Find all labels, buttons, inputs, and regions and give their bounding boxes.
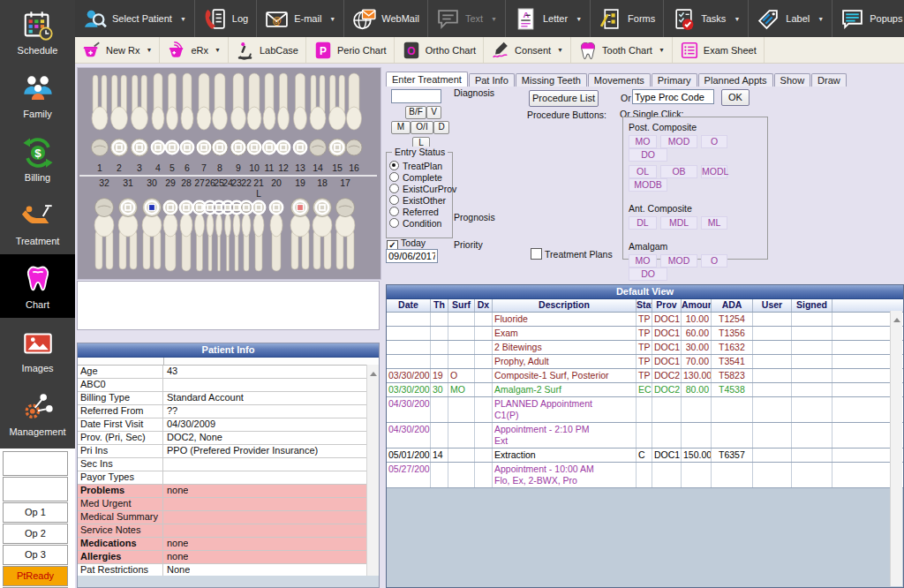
- op-button-blank[interactable]: [3, 451, 68, 476]
- tab-missing-teeth[interactable]: Missing Teeth: [516, 73, 587, 87]
- tab-planned-appts[interactable]: Planned Appts: [698, 73, 773, 87]
- entry-status-option-existcurprov[interactable]: ExistCurProv: [389, 183, 452, 194]
- patient-info-row[interactable]: Allergiesnone: [78, 551, 379, 564]
- procedure-row[interactable]: 2 BitewingsTPDOC130.00T1632: [387, 341, 903, 355]
- patient-info-row[interactable]: Age43: [78, 366, 379, 379]
- entry-status-option-referred[interactable]: Referred: [389, 206, 452, 217]
- patient-info-scrollbar[interactable]: [366, 365, 379, 576]
- quick-button-o[interactable]: O: [701, 254, 727, 268]
- tab-enter-treatment[interactable]: Enter Treatment: [386, 72, 468, 87]
- patient-info-row[interactable]: Medical Summary: [78, 511, 379, 524]
- patient-info-row[interactable]: Billing TypeStandard Account: [78, 392, 379, 405]
- patient-info-row[interactable]: Problemsnone: [78, 485, 379, 498]
- patient-info-row[interactable]: Prov. (Pri, Sec)DOC2, None: [78, 432, 379, 445]
- surface-button-bf[interactable]: B/F: [405, 106, 426, 119]
- toolbar-button-consent[interactable]: Consent▼: [484, 37, 571, 63]
- entry-status-option-condition[interactable]: Condition: [389, 217, 452, 229]
- entry-status-option-complete[interactable]: Complete: [389, 171, 452, 183]
- procedure-list-button[interactable]: Procedure List: [529, 90, 599, 107]
- column-header-amount[interactable]: Amount: [682, 299, 712, 312]
- quick-button-mo[interactable]: MO: [629, 254, 657, 268]
- column-header-date[interactable]: Date: [387, 299, 431, 312]
- treatment-plans-checkbox[interactable]: [531, 248, 542, 260]
- procedure-row[interactable]: FluorideTPDOC110.00T1254: [387, 313, 903, 327]
- patient-info-row[interactable]: Sec Ins: [78, 458, 379, 471]
- quick-button-modl[interactable]: MODL: [701, 165, 727, 178]
- dropdown-arrow-icon[interactable]: ▼: [734, 16, 740, 22]
- quick-button-ob[interactable]: OB: [660, 165, 697, 178]
- procedure-row[interactable]: 03/30/200930MOAmalgam-2 SurfECDOC280.00T…: [387, 383, 903, 397]
- tab-show[interactable]: Show: [774, 73, 811, 87]
- surface-button-oi[interactable]: O/I: [411, 121, 433, 134]
- surface-button-d[interactable]: D: [433, 121, 449, 134]
- entry-status-option-existother[interactable]: ExistOther: [389, 194, 452, 206]
- tooth-chart-svg[interactable]: 1234567891011121314151632313029282726252…: [78, 68, 379, 277]
- quick-button-do[interactable]: DO: [629, 268, 667, 281]
- surface-button-m[interactable]: M: [391, 121, 411, 134]
- patient-info-row[interactable]: Referred From??: [78, 405, 379, 418]
- tab-primary[interactable]: Primary: [652, 73, 697, 87]
- dropdown-arrow-icon[interactable]: ▼: [817, 16, 824, 22]
- tab-draw[interactable]: Draw: [811, 73, 847, 87]
- quick-button-o[interactable]: O: [701, 135, 727, 148]
- sidebar-item-schedule[interactable]: Schedule: [0, 0, 75, 64]
- dropdown-arrow-icon[interactable]: ▼: [329, 16, 335, 22]
- column-header-signed[interactable]: Signed: [792, 299, 832, 312]
- dropdown-arrow-icon[interactable]: ▼: [576, 16, 582, 22]
- dropdown-arrow-icon[interactable]: ▼: [180, 16, 186, 22]
- op-button-blank[interactable]: [3, 477, 68, 501]
- patient-info-row[interactable]: Payor Types: [78, 471, 379, 485]
- entry-status-option-treatplan[interactable]: TreatPlan: [389, 160, 452, 171]
- column-header-ada-code[interactable]: ADA Code: [712, 299, 753, 312]
- toolbar-button-popups[interactable]: Popups: [832, 0, 904, 37]
- procedure-entry-input[interactable]: [391, 89, 441, 103]
- column-header-description[interactable]: Description: [493, 299, 637, 312]
- ok-button[interactable]: OK: [721, 89, 750, 106]
- sidebar-item-billing[interactable]: $Billing: [0, 127, 75, 191]
- quick-button-do[interactable]: DO: [629, 148, 667, 162]
- toolbar-button-tooth-chart[interactable]: Tooth Chart▼: [571, 37, 673, 63]
- sidebar-item-family[interactable]: Family: [0, 64, 75, 127]
- toolbar-button-select-patient[interactable]: Select Patient▼: [75, 0, 195, 37]
- toolbar-button-log[interactable]: Log: [195, 0, 257, 37]
- op-button-op-3[interactable]: Op 3: [3, 545, 68, 565]
- procedure-row[interactable]: 05/01/200914ExtractionCDOC1150.00T6357: [387, 449, 903, 463]
- toolbar-button-new-rx[interactable]: New Rx▼: [75, 37, 160, 63]
- quick-button-dl[interactable]: DL: [629, 216, 657, 230]
- dropdown-arrow-icon[interactable]: ▼: [491, 16, 497, 22]
- dropdown-arrow-icon[interactable]: ▼: [215, 47, 221, 53]
- quick-button-modb[interactable]: MODB: [629, 178, 667, 192]
- op-button-op-2[interactable]: Op 2: [3, 524, 68, 544]
- toolbar-button-e-mail[interactable]: @E-mail▼: [257, 0, 344, 37]
- proc-code-input[interactable]: [632, 89, 714, 104]
- sidebar-item-management[interactable]: Management: [0, 381, 75, 445]
- patient-info-row[interactable]: Date First Visit04/30/2009: [78, 418, 379, 432]
- quick-button-ml[interactable]: ML: [701, 216, 727, 230]
- procedure-row[interactable]: 05/27/2009Appointment - 10:00 AM Flo, Ex…: [387, 463, 903, 488]
- dropdown-arrow-icon[interactable]: ▼: [557, 47, 563, 53]
- toolbar-button-labcase[interactable]: LabCase: [229, 37, 306, 63]
- sidebar-item-chart[interactable]: Chart: [0, 254, 75, 318]
- dropdown-arrow-icon[interactable]: ▼: [147, 47, 153, 53]
- column-header-user[interactable]: User: [753, 299, 792, 312]
- dropdown-arrow-icon[interactable]: ▼: [659, 47, 665, 53]
- procedure-row[interactable]: 04/30/2009Appointment - 2:10 PM Ext: [387, 423, 903, 449]
- chart-notes-box[interactable]: [77, 281, 380, 330]
- toolbar-button-perio-chart[interactable]: PPerio Chart: [306, 37, 395, 63]
- procedure-row[interactable]: ExamTPDOC160.00T1356: [387, 327, 903, 341]
- quick-button-mdl[interactable]: MDL: [660, 216, 697, 230]
- tab-movements[interactable]: Movements: [588, 73, 651, 87]
- column-header-prov[interactable]: Prov: [652, 299, 682, 312]
- tooth-chart-graphic[interactable]: 1234567891011121314151632313029282726252…: [77, 67, 381, 280]
- procedure-row[interactable]: Prophy, AdultTPDOC170.00T3541: [387, 355, 903, 369]
- column-header-surf[interactable]: Surf: [448, 299, 475, 312]
- patient-info-row[interactable]: Med Urgent: [78, 498, 379, 511]
- patient-info-hscrollbar[interactable]: [78, 576, 379, 587]
- quick-button-ol[interactable]: OL: [629, 165, 657, 178]
- toolbar-button-ortho-chart[interactable]: OOrtho Chart: [395, 37, 484, 63]
- patient-info-row[interactable]: Medicationsnone: [78, 538, 379, 551]
- tab-pat-info[interactable]: Pat Info: [469, 73, 515, 87]
- toolbar-button-webmail[interactable]: WebMail: [344, 0, 428, 37]
- op-button-op-1[interactable]: Op 1: [3, 502, 68, 523]
- procedure-row[interactable]: 04/30/2009PLANNED Appointment C1(P): [387, 397, 903, 423]
